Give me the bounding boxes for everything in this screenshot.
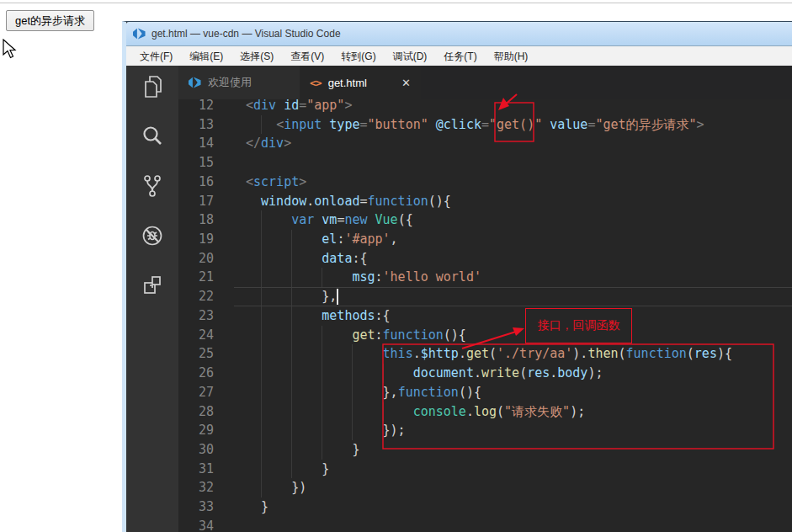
code-text: }); <box>231 421 792 440</box>
code-line[interactable]: 31 } <box>178 460 792 479</box>
activity-extensions-button[interactable] <box>132 271 173 300</box>
code-line[interactable]: 28 console.log("请求失败"); <box>178 402 792 422</box>
code-text <box>231 153 792 173</box>
line-number: 29 <box>178 421 231 440</box>
tab-bar: 欢迎使用 <> get.html ✕ <box>178 66 792 99</box>
search-icon <box>141 125 164 148</box>
line-number: 21 <box>178 268 231 287</box>
window-title-bar: get.html — vue-cdn — Visual Studio Code <box>126 22 792 46</box>
line-number: 20 <box>178 249 231 269</box>
editor-region: 欢迎使用 <> get.html ✕ 12<div id="app">13 <i… <box>178 66 792 532</box>
page-top-divider <box>0 3 792 3</box>
code-line[interactable]: 26 document.write(res.body); <box>178 364 792 383</box>
code-text: <div id="app"> <box>231 99 792 115</box>
code-line[interactable]: 34 <box>178 517 792 532</box>
menu-bar: 文件(F)编辑(E)选择(S)查看(V)转到(G)调试(D)任务(T)帮助(H) <box>126 46 792 66</box>
code-line[interactable]: 12<div id="app"> <box>178 99 792 115</box>
line-number: 34 <box>178 517 231 532</box>
tab-get-html[interactable]: <> get.html ✕ <box>300 66 421 99</box>
code-text: }) <box>231 478 792 497</box>
line-number: 27 <box>178 383 231 402</box>
code-line[interactable]: 17 window.onload=function(){ <box>178 192 792 211</box>
line-number: 14 <box>178 134 231 153</box>
activity-source-control-button[interactable] <box>132 172 173 200</box>
get-request-button[interactable]: get的异步请求 <box>6 10 94 31</box>
code-text: var vm=new Vue({ <box>231 210 792 230</box>
code-text: data:{ <box>231 249 792 269</box>
code-line[interactable]: 23 methods:{ <box>178 306 792 326</box>
code-text: } <box>231 460 792 479</box>
code-line[interactable]: 20 data:{ <box>178 249 792 269</box>
code-text: document.write(res.body); <box>231 364 792 383</box>
extensions-icon <box>141 274 164 297</box>
window-title: get.html — vue-cdn — Visual Studio Code <box>151 28 341 40</box>
line-number: 25 <box>178 344 231 364</box>
code-text: } <box>231 497 792 517</box>
code-text: <script> <box>231 173 792 192</box>
code-line[interactable]: 32 }) <box>178 478 792 497</box>
line-number: 18 <box>178 210 231 230</box>
code-text: console.log("请求失败"); <box>231 402 792 422</box>
vscode-logo-icon <box>133 28 146 40</box>
line-number: 22 <box>178 287 231 306</box>
tab-label: 欢迎使用 <box>208 75 252 90</box>
code-line[interactable]: 14</div> <box>178 134 792 153</box>
code-text: }, <box>231 287 792 306</box>
code-text: } <box>231 440 792 460</box>
text-cursor <box>337 289 338 305</box>
line-number: 33 <box>178 497 231 517</box>
code-lines: 12<div id="app">13 <input type="button" … <box>178 99 792 532</box>
code-line[interactable]: 19 el:'#app', <box>178 230 792 249</box>
menu-item[interactable]: 文件(F) <box>131 47 181 66</box>
code-text: <input type="button" @click="get()" valu… <box>231 115 792 135</box>
source-control-icon <box>141 173 164 199</box>
code-line[interactable]: 24 get:function(){ <box>178 326 792 345</box>
vscode-window: get.html — vue-cdn — Visual Studio Code … <box>122 21 792 532</box>
tab-welcome[interactable]: 欢迎使用 <box>178 66 300 99</box>
line-number: 19 <box>178 230 231 249</box>
activity-search-button[interactable] <box>132 122 173 151</box>
line-number: 13 <box>178 115 231 135</box>
menu-item[interactable]: 编辑(E) <box>181 47 231 66</box>
code-text: this.$http.get('./try/aa').then(function… <box>231 344 792 364</box>
code-text: get:function(){ <box>231 326 792 345</box>
workbench: 欢迎使用 <> get.html ✕ 12<div id="app">13 <i… <box>126 66 792 532</box>
code-line[interactable]: 25 this.$http.get('./try/aa').then(funct… <box>178 344 792 364</box>
code-line[interactable]: 15 <box>178 153 792 173</box>
code-text: msg:'hello world' <box>231 268 792 287</box>
code-line[interactable]: 29 }); <box>178 421 792 440</box>
code-editor[interactable]: 12<div id="app">13 <input type="button" … <box>178 99 792 532</box>
html-file-icon: <> <box>310 77 322 89</box>
line-number: 12 <box>178 99 231 115</box>
menu-item[interactable]: 调试(D) <box>385 47 436 66</box>
line-number: 17 <box>178 192 231 211</box>
code-line[interactable]: 13 <input type="button" @click="get()" v… <box>178 115 792 135</box>
line-number: 15 <box>178 153 231 173</box>
activity-debug-button[interactable] <box>132 221 173 250</box>
line-number: 30 <box>178 440 231 460</box>
menu-item[interactable]: 任务(T) <box>435 47 485 66</box>
line-number: 26 <box>178 364 231 383</box>
code-line[interactable]: 33 } <box>178 497 792 517</box>
line-number: 32 <box>178 478 231 497</box>
menu-item[interactable]: 选择(S) <box>231 47 282 66</box>
explorer-icon <box>141 74 164 99</box>
code-text: window.onload=function(){ <box>231 192 792 211</box>
mouse-cursor-icon <box>3 39 17 59</box>
menu-item[interactable]: 查看(V) <box>282 47 332 66</box>
code-text: },function(){ <box>231 383 792 402</box>
line-number: 24 <box>178 326 231 345</box>
code-line[interactable]: 16<script> <box>178 173 792 192</box>
code-line[interactable]: 30 } <box>178 440 792 460</box>
code-text: methods:{ <box>231 306 792 326</box>
activity-explorer-button[interactable] <box>132 72 173 101</box>
code-line[interactable]: 27 },function(){ <box>178 383 792 402</box>
close-icon[interactable]: ✕ <box>401 77 411 89</box>
code-line[interactable]: 22 }, <box>178 287 792 306</box>
menu-item[interactable]: 转到(G) <box>332 47 384 66</box>
menu-item[interactable]: 帮助(H) <box>486 47 537 66</box>
code-line[interactable]: 21 msg:'hello world' <box>178 268 792 287</box>
tab-label: get.html <box>328 77 367 89</box>
code-text: </div> <box>231 134 792 153</box>
code-line[interactable]: 18 var vm=new Vue({ <box>178 210 792 230</box>
